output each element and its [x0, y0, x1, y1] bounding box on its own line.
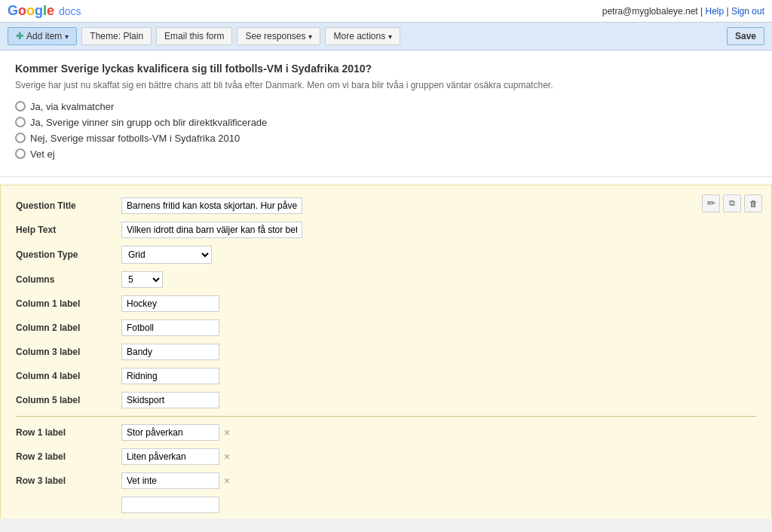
column4-label-row: Column 4 label: [16, 368, 756, 384]
column5-label: Column 5 label: [16, 395, 121, 405]
option-label-4: Vet ej: [30, 148, 55, 160]
column3-label-row: Column 3 label: [16, 344, 756, 360]
row4-input-wrapper: [121, 497, 219, 513]
email-form-button[interactable]: Email this form: [156, 27, 232, 45]
edit-icon-button[interactable]: ✏: [702, 194, 720, 212]
signout-link[interactable]: Sign out: [731, 6, 764, 17]
question-type-select[interactable]: Grid Text Paragraph text Multiple choice…: [121, 246, 212, 264]
option-label-1: Ja, via kvalmatcher: [30, 101, 114, 112]
row3-input[interactable]: [121, 472, 219, 489]
add-item-label: Add item: [26, 31, 62, 41]
row3-label-row: Row 3 label ×: [16, 472, 756, 489]
edit-icon: ✏: [707, 197, 715, 209]
row1-label-row: Row 1 label ×: [16, 424, 756, 441]
column4-label: Column 4 label: [16, 371, 121, 381]
user-email: petra@myglobaleye.net: [602, 6, 698, 17]
columns-label: Columns: [16, 274, 121, 285]
theme-label: Theme: Plain: [90, 31, 143, 41]
column1-input[interactable]: [121, 295, 219, 312]
theme-button[interactable]: Theme: Plain: [81, 27, 152, 45]
save-button[interactable]: Save: [727, 27, 764, 45]
add-item-button[interactable]: ✚ Add item ▾: [8, 27, 77, 45]
copy-icon: ⧉: [729, 198, 735, 208]
question-title-display: Kommer Sverige lyckas kvalificera sig ti…: [15, 63, 757, 75]
radio-circle-3: [15, 133, 26, 143]
column3-label: Column 3 label: [16, 347, 121, 357]
editor-icons: ✏ ⧉ 🗑: [702, 194, 762, 212]
column5-label-row: Column 5 label: [16, 392, 756, 408]
see-responses-caret: ▾: [308, 32, 312, 41]
radio-option-3: Nej, Sverige missar fotbolls-VM i Sydafr…: [15, 133, 757, 144]
columns-row: Columns 5 1 2 3 4: [16, 271, 756, 288]
radio-option-4: Vet ej: [15, 148, 757, 160]
question-title-label: Question Title: [16, 200, 121, 211]
radio-circle-2: [15, 117, 26, 127]
editor-section: ✏ ⧉ 🗑 Question Title Help Text: [0, 185, 772, 518]
help-text-row: Help Text: [16, 222, 756, 238]
radio-option-1: Ja, via kvalmatcher: [15, 101, 757, 112]
save-label: Save: [735, 31, 756, 41]
row1-delete-icon[interactable]: ×: [224, 427, 230, 439]
help-text-input[interactable]: [121, 222, 302, 238]
topbar-right: petra@myglobaleye.net | Help | Sign out: [602, 6, 764, 17]
email-form-label: Email this form: [164, 31, 224, 41]
column1-label-row: Column 1 label: [16, 295, 756, 312]
more-actions-caret: ▾: [388, 32, 392, 41]
row4-input[interactable]: [121, 497, 219, 513]
radio-circle-1: [15, 101, 26, 112]
row4-label-row: [16, 497, 756, 513]
question-description: Sverige har just nu skaffat sig en bättr…: [15, 79, 757, 92]
row2-delete-icon[interactable]: ×: [224, 451, 230, 463]
main-content: Kommer Sverige lyckas kvalificera sig ti…: [0, 50, 772, 518]
row1-input[interactable]: [121, 424, 219, 441]
see-responses-button[interactable]: See responses ▾: [237, 27, 320, 45]
copy-icon-button[interactable]: ⧉: [723, 194, 741, 212]
plus-icon: ✚: [16, 31, 23, 41]
help-text-label: Help Text: [16, 225, 121, 235]
docs-text: docs: [59, 5, 81, 17]
add-item-caret: ▾: [65, 32, 69, 41]
column2-label-row: Column 2 label: [16, 320, 756, 336]
row3-input-wrapper: ×: [121, 472, 230, 489]
row2-input-wrapper: ×: [121, 448, 230, 465]
column1-label: Column 1 label: [16, 298, 121, 309]
row2-label-row: Row 2 label ×: [16, 448, 756, 465]
radio-option-2: Ja, Sverige vinner sin grupp och blir di…: [15, 117, 757, 128]
trash-icon: 🗑: [749, 199, 758, 208]
column2-input[interactable]: [121, 320, 219, 336]
question-title-input[interactable]: [121, 197, 302, 214]
help-link[interactable]: Help: [705, 6, 724, 17]
column5-input[interactable]: [121, 392, 219, 408]
more-actions-button[interactable]: More actions ▾: [325, 27, 400, 45]
content-wrapper: Kommer Sverige lyckas kvalificera sig ti…: [0, 50, 772, 518]
question-preview: Kommer Sverige lyckas kvalificera sig ti…: [0, 50, 772, 177]
columns-select[interactable]: 5 1 2 3 4: [121, 271, 163, 288]
row1-label: Row 1 label: [16, 427, 121, 438]
question-type-label: Question Type: [16, 249, 121, 260]
question-type-row: Question Type Grid Text Paragraph text M…: [16, 246, 756, 264]
row3-delete-icon[interactable]: ×: [224, 475, 230, 487]
column4-input[interactable]: [121, 368, 219, 384]
row3-label: Row 3 label: [16, 475, 121, 486]
toolbar: ✚ Add item ▾ Theme: Plain Email this for…: [0, 23, 772, 50]
section-divider: [16, 416, 756, 417]
topbar: Google docs petra@myglobaleye.net | Help…: [0, 0, 772, 23]
column2-label: Column 2 label: [16, 323, 121, 333]
column3-input[interactable]: [121, 344, 219, 360]
delete-icon-button[interactable]: 🗑: [744, 194, 762, 212]
see-responses-label: See responses: [245, 31, 305, 41]
radio-circle-4: [15, 148, 26, 159]
question-title-row: Question Title: [16, 197, 756, 214]
google-logo: Google: [8, 3, 54, 19]
row2-input[interactable]: [121, 448, 219, 465]
topbar-left: Google docs: [8, 3, 81, 19]
row2-label: Row 2 label: [16, 451, 121, 462]
option-label-3: Nej, Sverige missar fotbolls-VM i Sydafr…: [30, 133, 240, 144]
option-label-2: Ja, Sverige vinner sin grupp och blir di…: [30, 117, 267, 128]
main-container: Kommer Sverige lyckas kvalificera sig ti…: [0, 50, 772, 518]
more-actions-label: More actions: [333, 31, 385, 41]
row1-input-wrapper: ×: [121, 424, 230, 441]
